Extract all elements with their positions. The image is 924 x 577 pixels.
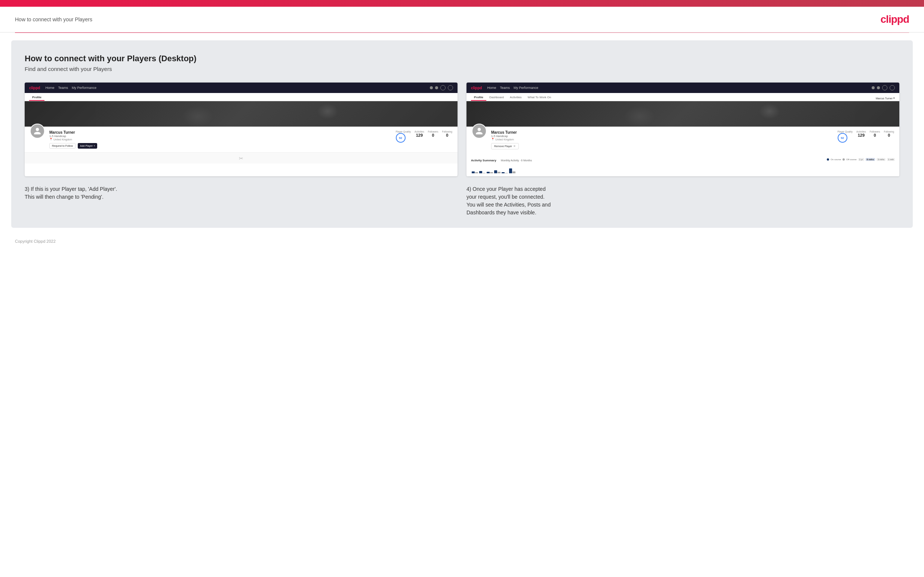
screenshot2-settings-icon: [882, 85, 887, 90]
header-title: How to connect with your Players: [15, 16, 92, 23]
header-divider: [15, 32, 909, 33]
screenshot1-avatar: [30, 124, 45, 139]
oncourse-bar: [472, 171, 475, 173]
screenshot2-followers-stat: Followers 0: [870, 131, 880, 137]
screenshot1-profile-details: Marcus Turner 1-5 Handicap 📍 United King…: [49, 131, 391, 148]
followers-label: Followers: [428, 131, 438, 133]
avatar-icon: [33, 127, 42, 135]
screenshot1-following-stat: Following 0: [442, 131, 452, 137]
screenshot2-profile-details: Marcus Turner 1-5 Handicap 📍 United King…: [491, 131, 833, 149]
screenshot2-activities-value: 129: [856, 133, 866, 137]
chart-bar-group: [472, 171, 478, 173]
screenshot1-nav-home: Home: [45, 86, 54, 90]
chart-bar-group: [509, 168, 515, 173]
offcourse-bar: [490, 172, 493, 173]
activities-value: 129: [415, 133, 424, 137]
quality-label: Player Quality: [396, 131, 411, 133]
screenshot1-handicap: 1-5 Handicap: [49, 134, 391, 138]
screenshot1-buttons: Request to Follow Add Player +: [49, 143, 391, 148]
screenshot2-nav-teams: Teams: [500, 86, 510, 90]
period-1yr-button[interactable]: 1 yr: [858, 158, 864, 161]
add-player-button[interactable]: Add Player +: [78, 143, 97, 148]
copyright: Copyright Clippd 2022: [15, 239, 56, 243]
screenshot2-navbar: clippd Home Teams My Performance: [467, 82, 899, 93]
activity-summary: Activity Summary Monthly Activity · 6 Mo…: [467, 153, 899, 176]
offcourse-bar: [475, 172, 478, 173]
screenshot2-logo: clippd: [471, 86, 482, 90]
screenshot2-location: 📍 United Kingdom: [491, 138, 833, 141]
page-subheading: Find and connect with your Players: [25, 66, 899, 72]
remove-player-button[interactable]: Remove Player ✕: [491, 143, 519, 149]
screenshot2-nav-performance: My Performance: [514, 86, 538, 90]
screenshot2-nav-right: [872, 85, 895, 90]
screenshot2-tabs-left: Profile Dashboard Activities What To Wor…: [471, 96, 554, 101]
chart-bar-group: [494, 170, 501, 173]
screenshot2-followers-value: 0: [870, 133, 880, 137]
offcourse-bar: [498, 172, 501, 173]
settings-icon: [440, 85, 446, 90]
screenshot2-profile-info: Marcus Turner 1-5 Handicap 📍 United King…: [467, 127, 899, 153]
activity-chart: [471, 165, 895, 173]
screenshot2-player-name: Marcus Turner: [491, 131, 833, 134]
request-follow-button[interactable]: Request to Follow: [49, 143, 76, 148]
scissors-icon: ✂: [239, 155, 243, 161]
globe-icon: [448, 85, 453, 90]
screenshot1-logo: clippd: [29, 86, 40, 90]
page-heading: How to connect with your Players (Deskto…: [25, 54, 899, 63]
screenshot2-following-label: Following: [884, 131, 894, 133]
screenshot1-nav-performance: My Performance: [72, 86, 97, 90]
oncourse-legend-dot: [827, 158, 829, 161]
screenshot1-navbar: clippd Home Teams My Performance: [25, 82, 457, 93]
screenshot2-avatar-icon: [475, 127, 483, 135]
activities-label: Activities: [415, 131, 424, 133]
description1-line2: This will then change to 'Pending'.: [25, 193, 457, 201]
description-1: 3) If this is your Player tap, 'Add Play…: [25, 185, 457, 217]
descriptions-row: 3) If this is your Player tap, 'Add Play…: [25, 185, 899, 217]
main-content: How to connect with your Players (Deskto…: [11, 40, 913, 228]
screenshot1-activities-stat: Activities 129: [415, 131, 424, 137]
screenshot2-following-value: 0: [884, 133, 894, 137]
period-1mth-button[interactable]: 1 mth: [887, 158, 895, 161]
screenshot2-hero-pattern: [467, 101, 899, 127]
screenshot1-location: 📍 United Kingdom: [49, 138, 391, 141]
offcourse-bar: [512, 171, 515, 173]
chart-bar-group: [502, 172, 508, 173]
user-dropdown[interactable]: Marcus Turner ▾: [876, 97, 895, 101]
footer: Copyright Clippd 2022: [0, 235, 924, 249]
screenshot2-tab-activities[interactable]: Activities: [507, 96, 525, 101]
screenshot2-quality-stat: Player Quality 92: [838, 131, 853, 143]
activity-summary-controls: On course Off course 1 yr 6 mths 3 mths …: [827, 158, 895, 161]
activity-period: Monthly Activity · 6 Months: [501, 159, 532, 162]
screenshot2-quality-label: Player Quality: [838, 131, 853, 133]
period-3mths-button[interactable]: 3 mths: [877, 158, 885, 161]
screenshot2-followers-label: Followers: [870, 131, 880, 133]
screenshot1-quality-stat: Player Quality 92: [396, 131, 411, 143]
screenshot1-tab-profile[interactable]: Profile: [29, 96, 44, 101]
hero-pattern: [25, 101, 457, 127]
followers-value: 0: [428, 133, 438, 137]
oncourse-bar: [509, 168, 512, 173]
offcourse-legend-dot: [843, 158, 845, 161]
description1-line1: 3) If this is your Player tap, 'Add Play…: [25, 185, 457, 193]
period-6mths-button[interactable]: 6 mths: [866, 158, 875, 161]
description2-line1: 4) Once your Player has accepted: [467, 185, 899, 193]
screenshot1-footer: ✂: [25, 152, 457, 164]
top-accent-bar: [0, 0, 924, 7]
screenshot2-tab-dashboard[interactable]: Dashboard: [486, 96, 507, 101]
oncourse-bar: [479, 171, 482, 173]
screenshot2-nav-items: Home Teams My Performance: [487, 86, 538, 90]
location-pin-icon: 📍: [49, 138, 53, 141]
screenshot2-tab-what-to-work-on[interactable]: What To Work On: [525, 96, 554, 101]
description2-line2: your request, you'll be connected.: [467, 193, 899, 201]
oncourse-bar: [494, 170, 497, 173]
screenshot-1: clippd Home Teams My Performance Profile: [25, 82, 457, 176]
activity-summary-title: Activity Summary: [471, 159, 496, 162]
screenshot2-hero: [467, 101, 899, 127]
chevron-down-icon: ▾: [893, 97, 895, 100]
oncourse-bar: [502, 172, 505, 173]
screenshot2-activities-stat: Activities 129: [856, 131, 866, 137]
screenshot2-nav-home: Home: [487, 86, 496, 90]
screenshot1-tab-bar: Profile: [25, 93, 457, 101]
screenshot2-buttons: Remove Player ✕: [491, 143, 833, 149]
screenshot2-tab-profile[interactable]: Profile: [471, 96, 486, 101]
